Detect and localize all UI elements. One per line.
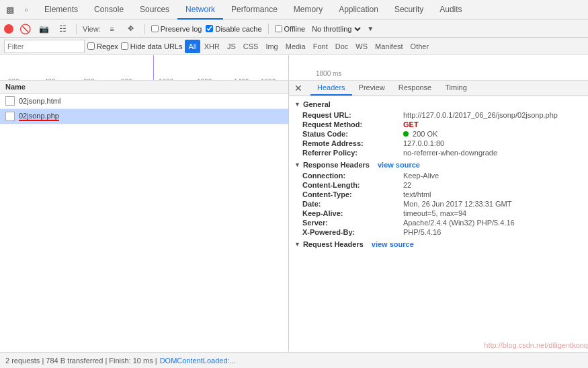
regex-label[interactable]: Regex [87, 42, 118, 50]
timeline-left: 200 ms 400 ms 600 ms 800 ms 1000 ms 1200… [0, 55, 289, 81]
separator1 [76, 24, 77, 34]
detail-content: ▼ General Request URL: http://127.0.0.1/… [289, 96, 588, 352]
request-icon-html [5, 96, 15, 106]
regex-checkbox[interactable] [87, 42, 95, 50]
status-text: 2 requests | 784 B transferred | Finish:… [5, 357, 157, 365]
content-type-val: text/html [403, 190, 431, 198]
tab-performance[interactable]: Performance [223, 0, 286, 20]
status-row: Status Code: 200 OK [294, 130, 583, 138]
timeline-label-200: 200 ms [8, 78, 30, 81]
type-btn-font[interactable]: Font [310, 40, 331, 53]
type-btn-xhr[interactable]: XHR [201, 40, 223, 53]
request-item-html[interactable]: 02jsonp.html [0, 94, 288, 109]
devtools-icon2[interactable]: ▫ [19, 3, 34, 17]
tab-audits[interactable]: Audits [431, 0, 470, 20]
type-btn-doc[interactable]: Doc [332, 40, 352, 53]
x-powered-by-val: PHP/5.4.16 [403, 228, 441, 236]
type-btn-other[interactable]: Other [407, 40, 433, 53]
request-item-php[interactable]: 02jsonp.php [0, 109, 288, 124]
record-button[interactable] [4, 24, 13, 34]
clear-button[interactable]: 🚫 [17, 22, 32, 36]
separator3 [268, 24, 269, 34]
keep-alive-key: Keep-Alive: [302, 209, 403, 217]
filter-button[interactable]: ☷ [55, 22, 70, 36]
status-val: 200 OK [403, 130, 437, 138]
response-headers-view-source[interactable]: view source [378, 161, 420, 169]
timeline-label-1000: 1000 ms [159, 78, 184, 81]
content-length-key: Content-Length: [302, 181, 403, 189]
offline-label[interactable]: Offline [275, 25, 306, 33]
status-key: Status Code: [302, 130, 403, 138]
type-btn-img[interactable]: Img [262, 40, 281, 53]
type-btn-css[interactable]: CSS [240, 40, 262, 53]
detail-tab-timing[interactable]: Timing [438, 81, 474, 96]
date-key: Date: [302, 200, 403, 208]
request-name-php: 02jsonp.php [19, 112, 59, 121]
separator2 [144, 24, 145, 34]
dom-content-loaded-link[interactable]: DOMContentLoaded:... [160, 357, 236, 365]
connection-key: Connection: [302, 172, 403, 180]
camera-button[interactable]: 📷 [36, 22, 51, 36]
offline-checkbox[interactable] [275, 25, 282, 32]
timeline-label-1200: 1200 ms [197, 78, 222, 81]
tab-elements[interactable]: Elements [36, 0, 86, 20]
timeline-label-1400: 1400 ms [234, 78, 259, 81]
request-url-key: Request URL: [302, 111, 403, 119]
request-name-html: 02jsonp.html [19, 97, 60, 105]
x-powered-by-key: X-Powered-By: [302, 228, 403, 236]
timeline-row: 200 ms 400 ms 600 ms 800 ms 1000 ms 1200… [0, 55, 588, 81]
request-headers-view-source[interactable]: view source [372, 240, 414, 248]
method-key: Request Method: [302, 120, 403, 128]
server-val: Apache/2.4.4 (Win32) PHP/5.4.16 [403, 219, 515, 227]
referrer-val: no-referrer-when-downgrade [403, 149, 497, 157]
disable-cache-checkbox[interactable] [206, 25, 213, 32]
tab-network[interactable]: Network [177, 0, 223, 20]
detail-tab-preview[interactable]: Preview [352, 81, 392, 96]
detail-tab-response[interactable]: Response [392, 81, 439, 96]
type-btn-media[interactable]: Media [282, 40, 309, 53]
hide-data-urls-checkbox[interactable] [121, 42, 128, 50]
network-toolbar: 🚫 📷 ☷ View: ≡ ✥ Preserve log Disable cac… [0, 20, 588, 38]
tab-security[interactable]: Security [386, 0, 431, 20]
type-buttons: All XHR JS CSS Img Media Font Doc WS Man… [185, 40, 432, 53]
request-url-val: http://127.0.0.1/2017_06_26/jsonp/02json… [403, 111, 558, 119]
keep-alive-row: Keep-Alive: timeout=5, max=94 [294, 209, 583, 217]
request-headers-triangle: ▼ [294, 241, 300, 248]
server-row: Server: Apache/2.4.4 (Win32) PHP/5.4.16 [294, 219, 583, 227]
disable-cache-label[interactable]: Disable cache [206, 25, 261, 33]
remote-row: Remote Address: 127.0.0.1:80 [294, 139, 583, 147]
filter-input[interactable] [4, 40, 85, 53]
tab-console[interactable]: Console [86, 0, 132, 20]
preserve-log-label[interactable]: Preserve log [151, 25, 202, 33]
type-btn-manifest[interactable]: Manifest [372, 40, 407, 53]
request-icon-php [5, 112, 15, 121]
date-row: Date: Mon, 26 Jun 2017 12:33:31 GMT [294, 200, 583, 208]
close-button[interactable]: ✕ [289, 83, 308, 94]
throttle-select[interactable]: No throttling [309, 24, 363, 34]
devtools-icon1[interactable]: ▩ [3, 3, 17, 17]
timeline-marker [153, 55, 154, 81]
view-large-icon[interactable]: ✥ [124, 22, 138, 36]
content-type-row: Content-Type: text/html [294, 190, 583, 198]
hide-data-urls-label[interactable]: Hide data URLs [121, 42, 183, 50]
date-val: Mon, 26 Jun 2017 12:33:31 GMT [403, 200, 511, 208]
view-list-icon[interactable]: ≡ [105, 22, 120, 36]
general-triangle: ▼ [294, 101, 300, 108]
timeline-label-400: 400 ms [44, 78, 67, 81]
content-type-key: Content-Type: [302, 190, 403, 198]
tab-memory[interactable]: Memory [286, 0, 331, 20]
type-btn-ws[interactable]: WS [352, 40, 371, 53]
connection-row: Connection: Keep-Alive [294, 172, 583, 180]
connection-val: Keep-Alive [403, 172, 439, 180]
method-val: GET [403, 120, 419, 128]
general-section-title: ▼ General [294, 100, 583, 108]
type-btn-js[interactable]: JS [224, 40, 239, 53]
main-area: Name 02jsonp.html 02jsonp.php ✕ Headers … [0, 81, 588, 352]
tab-application[interactable]: Application [331, 0, 386, 20]
response-headers-triangle: ▼ [294, 161, 300, 168]
tab-sources[interactable]: Sources [132, 0, 177, 20]
response-headers-title: ▼ Response Headers view source [294, 161, 583, 169]
preserve-log-checkbox[interactable] [151, 25, 159, 32]
type-btn-all[interactable]: All [185, 40, 200, 53]
detail-tab-headers[interactable]: Headers [310, 81, 352, 96]
